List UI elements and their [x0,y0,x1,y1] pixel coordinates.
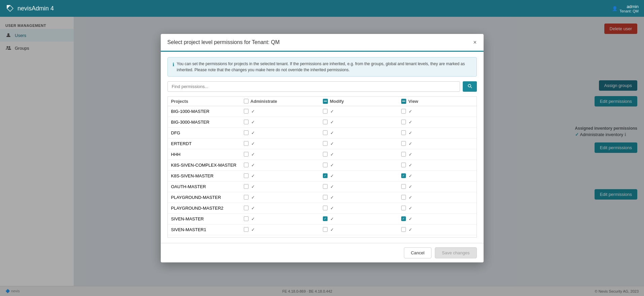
view-3-checkbox[interactable] [401,141,406,146]
mod-6-checkbox[interactable] [323,173,328,178]
view-0-checkbox[interactable] [401,109,406,114]
project-name-cell: ERTERDT [168,138,240,149]
view-4-checkmark: ✓ [409,152,412,157]
view-7-checkbox[interactable] [401,184,406,189]
view-1-checkmark: ✓ [409,120,412,125]
adm-2-checkbox[interactable] [244,130,249,135]
table-row: PLAYGROUND-MASTER✓✓✓ [168,192,477,203]
adm-6-checkmark: ✓ [251,173,255,178]
adm-2-cell: ✓ [240,127,319,138]
table-row: SIVEN-MASTER2✓✓✓ [168,235,477,238]
adm-1-cell: ✓ [240,117,319,127]
app-title: nevisAdmin 4 [17,5,54,12]
adm-11-checkbox[interactable] [244,227,249,232]
project-name-cell: K8S-SIVEN-COMPLEX-MASTER [168,160,240,170]
mod-10-checkbox[interactable] [323,216,328,221]
mod-7-cell: ✓ [319,181,398,192]
mod-8-checkbox[interactable] [323,195,328,200]
view-9-checkmark: ✓ [409,206,412,211]
adm-3-checkbox[interactable] [244,141,249,146]
col-header-projects: Projects [168,97,240,106]
mod-10-cell: ✓ [319,213,398,224]
adm-9-cell: ✓ [240,203,319,213]
table-row: SIVEN-MASTER✓✓✓ [168,213,477,224]
adm-8-cell: ✓ [240,192,319,203]
modal-close-button[interactable]: × [473,39,477,45]
mod-9-checkbox[interactable] [323,206,328,210]
view-6-cell: ✓ [398,170,476,181]
table-row: SIVEN-MASTER1✓✓✓ [168,224,477,235]
header-adm-checkbox[interactable] [244,99,249,103]
adm-6-checkbox[interactable] [244,173,249,178]
mod-0-checkbox[interactable] [323,109,328,114]
mod-1-checkbox[interactable] [323,120,328,124]
adm-8-checkmark: ✓ [251,195,255,200]
adm-12-cell: ✓ [240,235,319,238]
view-1-checkbox[interactable] [401,120,406,124]
view-6-checkmark: ✓ [409,173,412,178]
adm-7-checkmark: ✓ [251,184,255,189]
search-row [167,81,477,92]
adm-9-checkbox[interactable] [244,206,249,210]
mod-0-cell: ✓ [319,106,398,117]
cancel-button[interactable]: Cancel [404,247,431,258]
adm-3-checkmark: ✓ [251,141,255,146]
view-12-cell: ✓ [398,235,476,238]
mod-5-checkmark: ✓ [330,163,334,168]
view-10-checkbox[interactable] [401,216,406,221]
view-5-checkbox[interactable] [401,163,406,167]
adm-10-checkbox[interactable] [244,216,249,221]
adm-4-cell: ✓ [240,149,319,160]
view-8-checkbox[interactable] [401,195,406,200]
project-name-cell: K8S-SIVEN-MASTER [168,170,240,181]
mod-7-checkbox[interactable] [323,184,328,189]
view-6-checkbox[interactable] [401,173,406,178]
mod-3-cell: ✓ [319,138,398,149]
view-4-cell: ✓ [398,149,476,160]
view-2-checkbox[interactable] [401,130,406,135]
col-header-modify: Modify [319,97,398,106]
table-row: HHH✓✓✓ [168,149,477,160]
table-row: BIG-1000-MASTER✓✓✓ [168,106,477,117]
adm-0-checkbox[interactable] [244,109,249,114]
mod-2-checkbox[interactable] [323,130,328,135]
permissions-table: Projects Administrate Modify [168,97,477,238]
mod-3-checkmark: ✓ [330,141,334,146]
col-header-administrate: Administrate [240,97,319,106]
adm-10-cell: ✓ [240,213,319,224]
table-row: K8S-SIVEN-MASTER✓✓✓ [168,170,477,181]
search-button[interactable] [463,81,477,92]
search-input[interactable] [167,81,460,92]
project-name-cell: HHH [168,149,240,160]
view-2-cell: ✓ [398,127,476,138]
mod-5-checkbox[interactable] [323,163,328,167]
mod-11-cell: ✓ [319,224,398,235]
project-name-cell: BIG-1000-MASTER [168,106,240,117]
adm-4-checkmark: ✓ [251,152,255,157]
header-mod-checkbox[interactable] [323,99,328,104]
mod-3-checkbox[interactable] [323,141,328,146]
project-name-cell: DFG [168,127,240,138]
adm-0-cell: ✓ [240,106,319,117]
modal-body: ℹ You can set the permissions for projec… [161,52,484,243]
mod-2-checkmark: ✓ [330,130,334,135]
adm-7-checkbox[interactable] [244,184,249,189]
mod-8-checkmark: ✓ [330,195,334,200]
view-4-checkbox[interactable] [401,152,406,157]
adm-5-checkbox[interactable] [244,163,249,167]
view-3-cell: ✓ [398,138,476,149]
table-header: Projects Administrate Modify [168,97,477,106]
mod-1-cell: ✓ [319,117,398,127]
mod-2-cell: ✓ [319,127,398,138]
mod-11-checkbox[interactable] [323,227,328,232]
adm-1-checkbox[interactable] [244,120,249,124]
adm-8-checkbox[interactable] [244,195,249,200]
mod-4-checkbox[interactable] [323,152,328,157]
view-7-checkmark: ✓ [409,184,412,189]
header-view-checkbox[interactable] [401,99,406,104]
view-11-checkbox[interactable] [401,227,406,232]
svg-line-4 [470,87,472,88]
mod-8-cell: ✓ [319,192,398,203]
adm-4-checkbox[interactable] [244,152,249,157]
view-9-checkbox[interactable] [401,206,406,210]
